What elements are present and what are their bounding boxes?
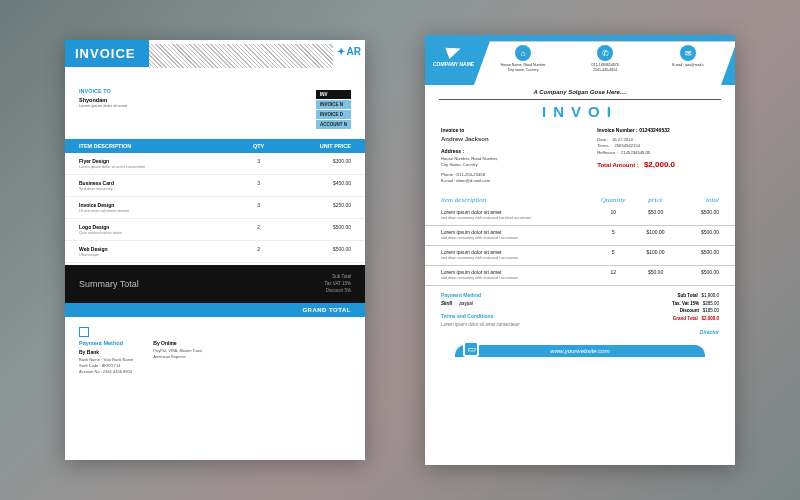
grand-total-bar: GRAND TOTAL bbox=[65, 303, 365, 317]
card-icon bbox=[79, 327, 89, 337]
sub-label: Sub Total bbox=[678, 293, 698, 298]
subtotal-label: Sub Total bbox=[324, 273, 351, 280]
header: COMPANY NAME ⌂ House Name, Road Number C… bbox=[425, 35, 735, 85]
col-qty: QTY bbox=[233, 143, 284, 149]
tax-label: Tax VAT 15% bbox=[324, 280, 351, 287]
terms-value: 25654562154 bbox=[614, 143, 640, 148]
grand-label: Grand Total bbox=[673, 316, 698, 321]
email-text: E-mail : you@mail.c bbox=[649, 63, 727, 68]
col-price: price bbox=[634, 196, 676, 204]
table-row: Lorem ipsum dolor sit amet5$100.00$500.0… bbox=[425, 226, 735, 246]
table-row: Lorem ipsum dolor sit amet10$50.00$500.0… bbox=[425, 206, 735, 226]
client-name: Andrew Jackson bbox=[441, 135, 587, 144]
chip-date: INVOICE D bbox=[316, 110, 351, 119]
summary-lines: Sub Total Tax VAT 15% Discount 5% bbox=[324, 273, 351, 295]
logo-icon: ✦ bbox=[337, 46, 345, 57]
terms-label: Terms : bbox=[597, 143, 611, 148]
header-pattern bbox=[149, 44, 332, 68]
summary-bar: Summary Total Sub Total Tax VAT 15% Disc… bbox=[65, 265, 365, 303]
table-row: Invoice DesignUt wisi enim ad minim veni… bbox=[65, 197, 365, 219]
pay-paypal: paypal bbox=[460, 301, 473, 306]
totals: Sub Total $1,900.0 Tax. Vat 15% $285.00 … bbox=[585, 292, 719, 335]
table-header: ITEM DESCRIPTION QTY UNIT PRICE bbox=[65, 139, 365, 153]
online-lines: PayPal, VISA, Master Card, American Expr… bbox=[153, 348, 202, 360]
meta-row: INVOICE TO Shyondam Lorem ipsum dolor si… bbox=[65, 80, 365, 133]
subtotal-row: Sub Total $1,900.0 bbox=[585, 292, 719, 300]
info-address: ⌂ House Name, Road Number City name, Cou… bbox=[482, 41, 564, 85]
grand-val: $2,000.0 bbox=[701, 316, 719, 321]
discount-label: Discount 5% bbox=[324, 287, 351, 294]
address-label: Address : bbox=[441, 148, 587, 154]
table-row: Lorem ipsum dolor sit amet12$50.00$500.0… bbox=[425, 266, 735, 286]
company-logo: ✦ AR bbox=[333, 40, 365, 57]
table-row: Lorem ipsum dolor sit amet5$100.00$500.0… bbox=[425, 246, 735, 266]
online-heading: By Online bbox=[153, 340, 202, 346]
phone-text: 011-1664654676 2541-445-4654 bbox=[566, 63, 644, 72]
disc-label: Discount bbox=[680, 308, 699, 313]
header: INVOICE ✦ AR bbox=[65, 40, 365, 80]
terms-text: Lorem ipsum dolor sit amet consectetur bbox=[441, 321, 575, 329]
col-total: total bbox=[677, 196, 719, 204]
col-description: ITEM DESCRIPTION bbox=[79, 143, 233, 149]
col-price: UNIT PRICE bbox=[284, 143, 351, 149]
divider bbox=[439, 99, 721, 100]
tax-row: Tax. Vat 15% $285.00 bbox=[585, 300, 719, 308]
phone-icon: ✆ bbox=[598, 45, 614, 61]
client-address: House Number, Road Number, City Name, Co… bbox=[441, 156, 587, 169]
table-row: Web DesignUllamcorper2$500.00 bbox=[65, 241, 365, 263]
invoice-template-1: INVOICE ✦ AR INVOICE TO Shyondam Lorem i… bbox=[65, 40, 365, 460]
bank-lines: Bank Name : Your Bank Name Swift Code : … bbox=[79, 357, 133, 375]
total-value: $2,000.0 bbox=[644, 160, 675, 169]
payment-block: Payment Method By Bank Bank Name : Your … bbox=[79, 327, 133, 375]
bottom-left: Payment Method Skrill paypal Terms and C… bbox=[441, 292, 575, 335]
chip-number: INVOICE N bbox=[316, 100, 351, 109]
home-icon: ⌂ bbox=[515, 45, 531, 61]
footer: ▭ www.yourwebsite.com bbox=[455, 345, 705, 357]
items-table: Lorem ipsum dolor sit amet10$50.00$500.0… bbox=[425, 206, 735, 286]
disc-val: $185.00 bbox=[703, 308, 719, 313]
footer-url: www.yourwebsite.com bbox=[550, 348, 609, 354]
pay-skrill: Skrill bbox=[441, 301, 452, 306]
info-bar: ⌂ House Name, Road Number City name, Cou… bbox=[474, 41, 735, 85]
table-header: item description Quantity price total bbox=[425, 194, 735, 206]
info-phone: ✆ 011-1664654676 2541-445-4654 bbox=[564, 41, 646, 85]
invoice-meta-chips: INV INVOICE N INVOICE D ACCOUNT N bbox=[316, 90, 351, 129]
address-text: House Name, Road Number City name, Count… bbox=[484, 63, 562, 72]
meta: Invoice to Andrew Jackson Address : Hous… bbox=[425, 123, 735, 188]
payment-section: Payment Method By Bank Bank Name : Your … bbox=[65, 317, 365, 385]
chip-inv: INV bbox=[316, 90, 351, 99]
tax-label: Tax. Vat 15% bbox=[672, 301, 699, 306]
signature: Director bbox=[585, 329, 719, 335]
brand: COMPANY NAME bbox=[425, 35, 482, 85]
table-row: Logo DesignQuis nostrud exerci tation2$5… bbox=[65, 219, 365, 241]
bottom-section: Payment Method Skrill paypal Terms and C… bbox=[425, 286, 735, 341]
invoice-title: INVOICE bbox=[65, 40, 149, 67]
invoice-title: INVOI bbox=[425, 103, 735, 120]
table-row: Business CardSed diam nonummy3$450.00 bbox=[65, 175, 365, 197]
payment-methods: Skrill paypal bbox=[441, 300, 575, 308]
terms-heading: Terms and Conditions bbox=[441, 313, 575, 319]
grand-row: Grand Total $2,000.0 bbox=[585, 315, 719, 323]
bank-heading: By Bank bbox=[79, 349, 133, 355]
invoice-template-2: COMPANY NAME ⌂ House Name, Road Number C… bbox=[425, 35, 735, 465]
invoice-details: Invoice Number : 01243246532 Date : 16.2… bbox=[597, 127, 719, 184]
logo-text: AR bbox=[347, 46, 361, 57]
ref-value: 2145234549.00 bbox=[621, 150, 650, 155]
disc-row: Discount $185.00 bbox=[585, 307, 719, 315]
payment-title: Payment Method bbox=[79, 340, 133, 346]
sub-val: $1,900.0 bbox=[701, 293, 719, 298]
slogan: A Company Solgan Gose Here.... bbox=[425, 85, 735, 99]
bill-to: INVOICE TO Shyondam Lorem ipsum dolor si… bbox=[79, 88, 127, 129]
client-sub: Lorem ipsum dolor sit amet bbox=[79, 103, 127, 109]
ref-row: Reffrance : 2145234549.00 bbox=[597, 150, 719, 156]
plane-icon bbox=[445, 43, 462, 59]
invoice-number: Invoice Number : 01243246532 bbox=[597, 127, 719, 133]
date-label: Date : bbox=[597, 137, 608, 142]
info-email: ✉ E-mail : you@mail.c bbox=[647, 41, 729, 85]
company-name: COMPANY NAME bbox=[433, 61, 474, 67]
mail-icon: ✉ bbox=[680, 45, 696, 61]
tax-val: $285.00 bbox=[703, 301, 719, 306]
payment-heading: Payment Method bbox=[441, 292, 575, 298]
summary-label: Summary Total bbox=[79, 279, 139, 289]
to-label: Invoice to bbox=[441, 127, 587, 133]
